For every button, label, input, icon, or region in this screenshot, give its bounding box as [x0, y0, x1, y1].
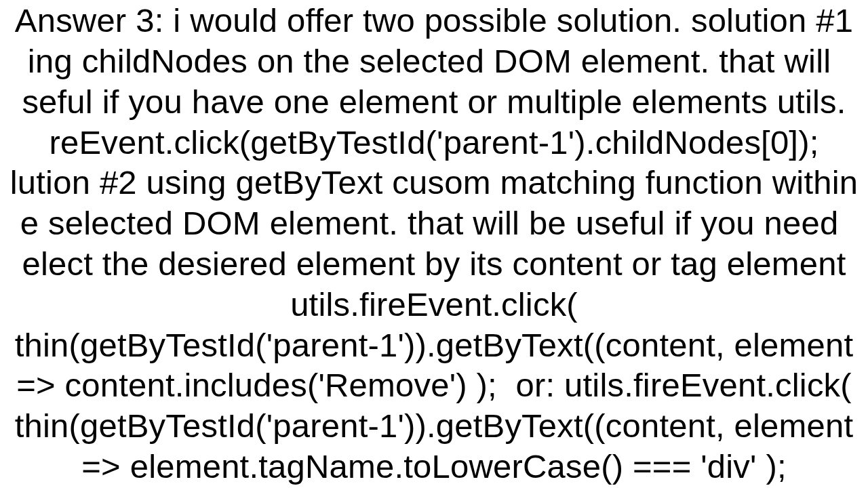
answer-line: ing childNodes on the selected DOM eleme… [28, 43, 840, 79]
answer-line: => element.tagName.toLowerCase() === 'di… [81, 448, 787, 485]
answer-line: thin(getByTestId('parent-1')).getByText(… [15, 407, 854, 444]
answer-line: elect the desiered element by its conten… [22, 245, 846, 282]
answer-line: thin(getByTestId('parent-1')).getByText(… [15, 327, 854, 363]
answer-line: reEvent.click(getByTestId('parent-1').ch… [50, 124, 819, 161]
answer-line: lution #2 using getByText cusom matching… [10, 164, 858, 201]
answer-line: utils.fireEvent.click( [290, 286, 578, 323]
answer-line: Answer 3: i would offer two possible sol… [15, 2, 853, 39]
answer-line: e selected DOM element. that will be use… [20, 205, 848, 241]
answer-line: seful if you have one element or multipl… [22, 83, 846, 120]
page: Answer 3: i would offer two possible sol… [0, 0, 868, 488]
answer-line: => content.includes('Remove') ); or: uti… [16, 367, 852, 403]
answer-text-block: Answer 3: i would offer two possible sol… [0, 1, 868, 487]
